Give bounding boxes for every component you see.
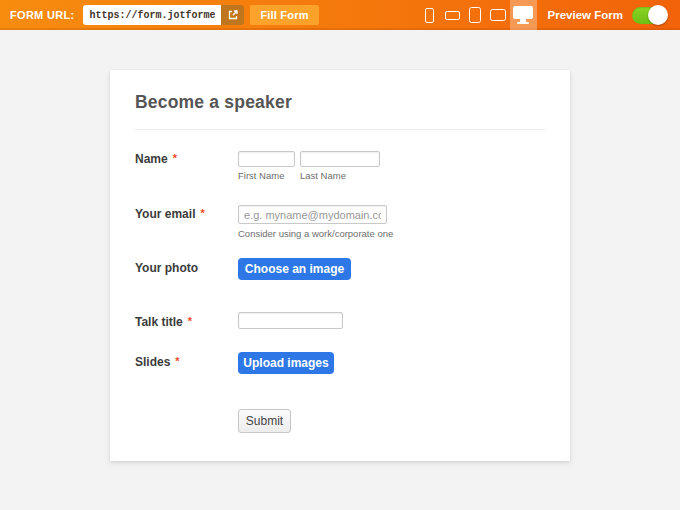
form-url-group: [83, 5, 244, 25]
upload-images-button[interactable]: Upload images: [238, 352, 334, 374]
name-field-label: Name*: [135, 152, 177, 166]
first-name-sublabel: First Name: [238, 170, 284, 181]
photo-field-label: Your photo: [135, 261, 198, 275]
form-title: Become a speaker: [135, 92, 292, 113]
preview-form-toggle[interactable]: [632, 7, 666, 24]
phone-portrait-icon: [425, 8, 434, 23]
fill-form-button[interactable]: Fill Form: [250, 5, 318, 25]
first-name-input[interactable]: [238, 151, 295, 167]
toggle-knob: [648, 5, 668, 25]
device-phone-portrait-button[interactable]: [418, 0, 441, 30]
form-url-input[interactable]: [83, 5, 221, 25]
device-tablet-landscape-button[interactable]: [487, 0, 510, 30]
external-link-icon: [227, 9, 239, 21]
device-desktop-button[interactable]: [510, 0, 537, 30]
required-asterisk: *: [188, 315, 192, 327]
submit-button[interactable]: Submit: [238, 409, 291, 433]
tablet-landscape-icon: [490, 9, 506, 21]
required-asterisk: *: [175, 355, 179, 367]
email-sublabel: Consider using a work/corporate one: [238, 228, 393, 239]
form-card: Become a speaker Name* First Name Last N…: [110, 70, 570, 461]
device-phone-landscape-button[interactable]: [441, 0, 464, 30]
desktop-monitor-icon: [513, 6, 533, 24]
required-asterisk: *: [200, 207, 204, 219]
last-name-sublabel: Last Name: [300, 170, 346, 181]
phone-landscape-icon: [445, 11, 460, 20]
title-divider: [135, 129, 545, 130]
open-form-button[interactable]: [221, 5, 244, 25]
talk-title-input[interactable]: [238, 312, 343, 329]
tablet-portrait-icon: [469, 7, 481, 23]
device-tablet-portrait-button[interactable]: [464, 0, 487, 30]
email-input[interactable]: [238, 205, 387, 224]
required-asterisk: *: [173, 152, 177, 164]
slides-field-label: Slides*: [135, 355, 180, 369]
form-url-label: FORM URL:: [10, 9, 74, 21]
last-name-input[interactable]: [300, 151, 380, 167]
choose-image-button[interactable]: Choose an image: [238, 258, 351, 280]
preview-form-label: Preview Form: [548, 9, 623, 21]
preview-toolbar: FORM URL: Fill Form Pre: [0, 0, 680, 30]
talk-title-field-label: Talk title*: [135, 315, 192, 329]
device-preview-switcher: [418, 0, 537, 30]
email-field-label: Your email*: [135, 207, 205, 221]
